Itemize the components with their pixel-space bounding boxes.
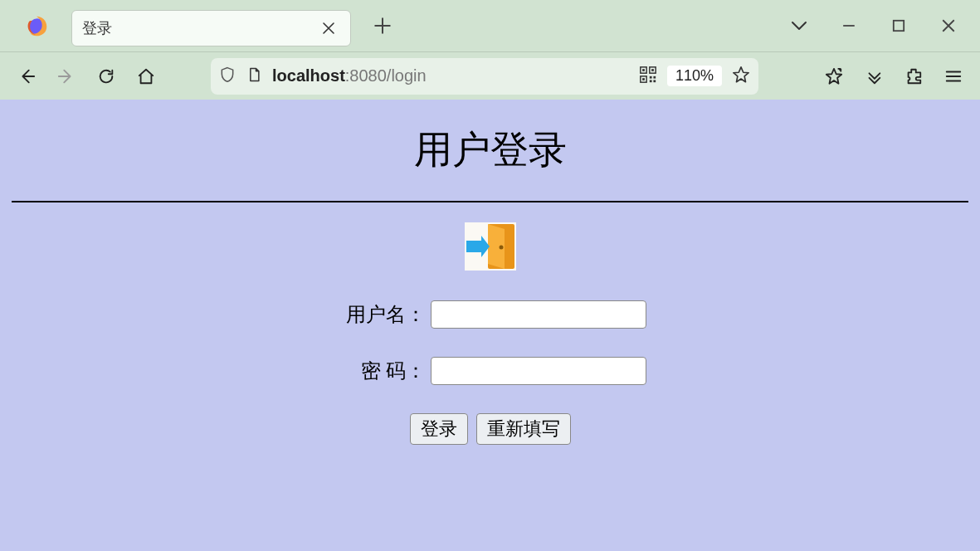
username-label: 用户名： [334,301,426,328]
url-bar[interactable]: localhost:8080/login 110% [211,58,758,95]
window-close-button[interactable] [924,0,973,51]
browser-tab[interactable]: 登录 [71,10,351,46]
svg-point-14 [499,246,503,250]
username-row: 用户名： [0,300,980,329]
qr-code-icon[interactable] [639,66,657,87]
url-input[interactable]: localhost:8080/login [272,58,629,95]
svg-rect-8 [650,76,652,78]
firefox-logo-icon [18,7,55,44]
extensions-button[interactable] [895,58,932,95]
login-form: 用户名： 密 码： 登录 重新填写 [0,300,980,445]
svg-rect-5 [651,69,654,71]
nav-reload-button[interactable] [88,58,124,95]
window-maximize-button[interactable] [874,0,924,51]
password-input[interactable] [431,357,646,385]
browser-toolbar: localhost:8080/login 110% [0,51,980,100]
overflow-menu-button[interactable] [856,58,892,95]
svg-rect-1 [894,21,904,31]
login-door-icon [0,222,980,271]
username-input[interactable] [431,300,646,329]
svg-rect-9 [653,76,656,78]
login-button[interactable]: 登录 [410,413,468,445]
zoom-level-badge[interactable]: 110% [667,66,722,86]
page-content: 用户登录 用户名： 密 码： 登录 重新填写 [0,100,980,551]
bookmark-star-icon[interactable] [732,66,750,87]
site-identity-icon[interactable] [246,66,262,86]
tab-title: 登录 [82,18,112,38]
nav-forward-button[interactable] [48,58,85,95]
password-row: 密 码： [0,357,980,385]
app-menu-button[interactable] [935,58,972,95]
divider [12,201,968,202]
svg-rect-10 [650,80,652,82]
nav-back-button[interactable] [8,58,45,95]
page-title: 用户登录 [0,124,980,176]
svg-rect-3 [642,69,645,71]
svg-rect-7 [642,78,645,80]
new-tab-button[interactable] [368,11,397,41]
password-label: 密 码： [334,358,426,384]
close-tab-button[interactable] [317,17,340,40]
tracking-protection-icon[interactable] [219,66,236,86]
window-minimize-button[interactable] [824,0,874,51]
browser-tabstrip: 登录 [0,0,980,51]
svg-rect-11 [653,80,656,82]
nav-home-button[interactable] [128,58,164,95]
reset-button[interactable]: 重新填写 [476,413,571,445]
button-row: 登录 重新填写 [0,413,980,445]
save-to-pocket-icon[interactable] [816,58,852,95]
tabs-dropdown-button[interactable] [774,0,824,51]
